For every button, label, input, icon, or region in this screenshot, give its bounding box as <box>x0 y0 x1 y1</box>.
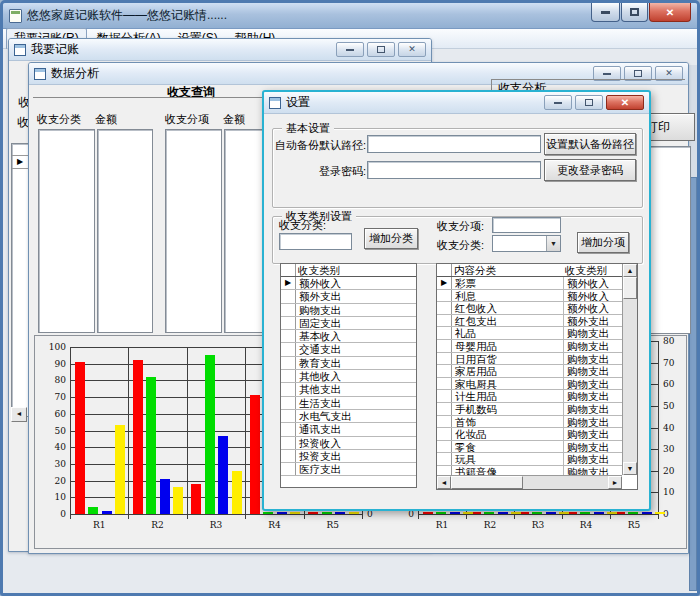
axis-line <box>245 347 246 514</box>
scrollbar-thumb[interactable] <box>623 277 637 299</box>
table-row[interactable]: 其他支出 <box>281 383 416 396</box>
table-row[interactable]: 交通支出 <box>281 343 416 356</box>
maximize-button[interactable] <box>621 3 648 22</box>
bar-blue <box>218 436 228 514</box>
close-button[interactable]: ✕ <box>398 42 426 57</box>
subitem-list[interactable] <box>165 129 222 333</box>
grid-header[interactable]: 内容分类 <box>452 264 563 276</box>
x-axis-label: R1 <box>427 520 457 530</box>
category-grid[interactable]: 收支类别 ▶额外收入额外支出购物支出固定支出基本收入交通支出教育支出其他收入其他… <box>280 263 417 488</box>
scrollbar-thumb[interactable] <box>451 476 523 489</box>
maximize-button[interactable] <box>575 95 603 110</box>
maximize-icon <box>377 46 385 53</box>
maximize-button[interactable] <box>367 42 395 57</box>
column-label-subitem: 收支分项 <box>165 112 209 127</box>
table-row[interactable]: 其他收入 <box>281 370 416 383</box>
vertical-scrollbar[interactable]: ▲ ▼ <box>622 264 637 475</box>
subitem-cell: 礼品 <box>452 327 563 339</box>
minimize-button[interactable] <box>591 3 620 22</box>
y-axis-label: 40 <box>37 442 66 452</box>
table-row[interactable]: 化妆品购物支出 <box>437 428 622 441</box>
close-button[interactable]: ✕ <box>606 95 644 110</box>
table-row[interactable]: 额外支出 <box>281 290 416 303</box>
table-row[interactable]: 家电厨具购物支出 <box>437 378 622 391</box>
table-row[interactable]: 手机数码购物支出 <box>437 403 622 416</box>
table-row[interactable]: ▶额外收入 <box>281 277 416 290</box>
table-row[interactable]: 通讯支出 <box>281 423 416 436</box>
row-selector <box>437 353 452 365</box>
table-row[interactable]: 水电气支出 <box>281 410 416 423</box>
jizhang-title-bar[interactable]: 我要记账 ✕ <box>9 39 431 61</box>
table-row[interactable]: 礼品购物支出 <box>437 327 622 340</box>
table-row[interactable]: 利息额外收入 <box>437 290 622 303</box>
form-icon <box>34 68 46 80</box>
bar-yellow <box>349 512 359 514</box>
grid-header[interactable]: 收支类别 <box>296 264 416 276</box>
table-row[interactable]: 购物支出 <box>281 304 416 317</box>
x-axis-label: R4 <box>259 520 289 530</box>
add-subitem-button[interactable]: 增加分项 <box>577 232 629 253</box>
table-row[interactable]: 日用百货购物支出 <box>437 353 622 366</box>
table-row[interactable]: 家居用品购物支出 <box>437 365 622 378</box>
row-selector <box>437 453 452 465</box>
table-row[interactable]: ▶彩票额外收入 <box>437 277 622 290</box>
category-input[interactable] <box>279 233 352 250</box>
table-row[interactable]: 计生用品购物支出 <box>437 390 622 403</box>
category-cell: 水电气支出 <box>296 410 416 422</box>
category-cell: 购物支出 <box>563 340 622 352</box>
scroll-down-button[interactable]: ▼ <box>623 462 637 475</box>
tick-mark <box>658 514 659 519</box>
subitem-cell: 手机数码 <box>452 403 563 415</box>
y-axis-label: 30 <box>37 459 66 469</box>
close-button[interactable]: ✕ <box>649 3 691 22</box>
category-list[interactable] <box>38 129 95 333</box>
backup-path-input[interactable] <box>367 135 541 153</box>
table-row[interactable]: 首饰购物支出 <box>437 416 622 429</box>
password-input[interactable] <box>367 161 541 179</box>
table-row[interactable]: 母婴用品购物支出 <box>437 340 622 353</box>
table-row[interactable]: 固定支出 <box>281 317 416 330</box>
form-icon <box>269 97 281 109</box>
minimize-button[interactable] <box>336 42 364 57</box>
table-row[interactable]: 零食购物支出 <box>437 441 622 454</box>
settings-title-bar[interactable]: 设置 ✕ <box>264 92 649 114</box>
category-cell: 额外收入 <box>563 302 622 314</box>
table-row[interactable]: 玩具购物支出 <box>437 453 622 466</box>
fenxi-title-bar[interactable]: 数据分析 ✕ <box>29 63 688 85</box>
scroll-left-button[interactable]: ◄ <box>11 407 27 422</box>
minimize-icon <box>603 73 611 75</box>
change-password-button[interactable]: 更改登录密码 <box>544 159 636 181</box>
subitem-input[interactable] <box>492 217 561 233</box>
row-selector <box>281 410 296 422</box>
set-backup-path-button[interactable]: 设置默认备份路径 <box>544 133 636 155</box>
table-row[interactable]: 教育支出 <box>281 357 416 370</box>
chevron-down-icon[interactable]: ▼ <box>546 236 560 251</box>
column-label-amount: 金额 <box>223 112 245 127</box>
table-row[interactable]: 红包收入额外收入 <box>437 302 622 315</box>
scroll-right-button[interactable]: ► <box>608 476 622 489</box>
y-axis-label: 100 <box>37 342 66 352</box>
bar-blue <box>594 512 604 514</box>
amount-list[interactable] <box>97 129 153 333</box>
table-row[interactable]: 医疗支出 <box>281 463 416 476</box>
subitem-grid[interactable]: 内容分类 收支类别 ▶彩票额外收入利息额外收入红包收入额外收入红包支出额外支出礼… <box>436 263 638 490</box>
group-title: 基本设置 <box>282 121 334 136</box>
minimize-button[interactable] <box>544 95 572 110</box>
tick-mark <box>70 514 71 519</box>
table-row[interactable]: 投资支出 <box>281 450 416 463</box>
horizontal-scrollbar[interactable]: ◄ ► <box>437 475 622 489</box>
scroll-up-button[interactable]: ▲ <box>623 264 637 277</box>
table-row[interactable]: 投资收入 <box>281 437 416 450</box>
scroll-left-button[interactable]: ◄ <box>437 476 451 489</box>
table-row[interactable]: 红包支出额外支出 <box>437 315 622 328</box>
subcategory-combobox[interactable]: ▼ <box>492 235 561 252</box>
add-category-button[interactable]: 增加分类 <box>364 228 418 249</box>
tab-shouzhi-chaxun[interactable]: 收支查询 <box>146 84 236 101</box>
bar-blue <box>335 512 345 514</box>
bar-red <box>133 360 143 514</box>
table-row[interactable]: 生活支出 <box>281 397 416 410</box>
grid-header[interactable]: 收支类别 <box>563 264 622 276</box>
category-cell: 医疗支出 <box>296 463 416 475</box>
bar-yellow <box>463 512 473 514</box>
table-row[interactable]: 基本收入 <box>281 330 416 343</box>
